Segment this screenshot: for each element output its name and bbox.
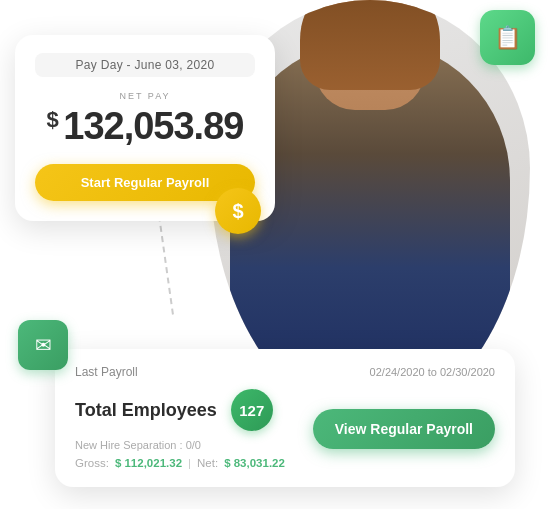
view-regular-payroll-button[interactable]: View Regular Payroll bbox=[313, 409, 495, 449]
dollar-badge: $ bbox=[215, 188, 261, 234]
net-value: $ 83,031.22 bbox=[224, 457, 285, 469]
employee-count-badge: 127 bbox=[231, 389, 273, 431]
last-payroll-card: Last Payroll 02/24/2020 to 02/30/2020 To… bbox=[55, 349, 515, 487]
net-label: Net: bbox=[197, 457, 218, 469]
mail-badge: ✉ bbox=[18, 320, 68, 370]
person-head bbox=[315, 0, 425, 110]
divider: | bbox=[188, 457, 191, 469]
currency-symbol: $ bbox=[47, 107, 59, 132]
gross-label: Gross: bbox=[75, 457, 109, 469]
new-hire-separation: New Hire Separation : 0/0 bbox=[75, 439, 313, 451]
employees-and-btn-row: Total Employees 127 New Hire Separation … bbox=[75, 389, 495, 469]
gross-net-row: Gross: $ 112,021.32 | Net: $ 83,031.22 bbox=[75, 457, 313, 469]
employees-left-section: Total Employees 127 New Hire Separation … bbox=[75, 389, 313, 469]
net-pay-amount: $ 132,053.89 bbox=[35, 105, 255, 148]
main-scene: 📋 Pay Day - June 03, 2020 NET PAY $ 132,… bbox=[0, 0, 550, 509]
date-range: 02/24/2020 to 02/30/2020 bbox=[370, 366, 495, 378]
last-payroll-header: Last Payroll 02/24/2020 to 02/30/2020 bbox=[75, 365, 495, 379]
amount-value: 132,053.89 bbox=[63, 105, 243, 147]
last-payroll-title: Last Payroll bbox=[75, 365, 138, 379]
clipboard-icon: 📋 bbox=[494, 27, 521, 49]
clipboard-badge: 📋 bbox=[480, 10, 535, 65]
employees-row: Total Employees 127 bbox=[75, 389, 313, 431]
mail-icon: ✉ bbox=[35, 333, 52, 357]
pay-day-header: Pay Day - June 03, 2020 bbox=[35, 53, 255, 77]
dollar-sign-icon: $ bbox=[232, 200, 243, 223]
person-hair bbox=[300, 0, 440, 90]
dashed-connector-line bbox=[158, 215, 174, 314]
net-pay-label: NET PAY bbox=[35, 91, 255, 101]
total-employees-label: Total Employees bbox=[75, 400, 217, 421]
gross-value: $ 112,021.32 bbox=[115, 457, 182, 469]
